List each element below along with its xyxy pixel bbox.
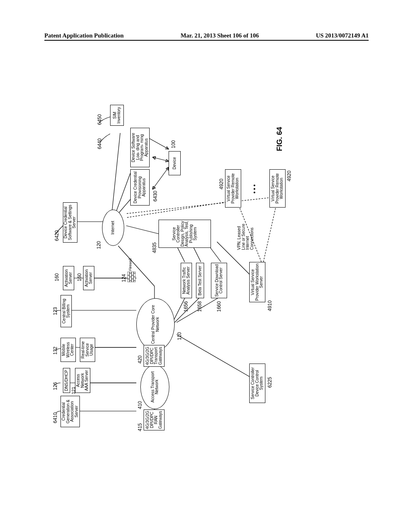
label-firewall: Firewall xyxy=(128,258,132,271)
ref-124: 124 xyxy=(121,274,127,282)
ref-1658: 1658 xyxy=(197,301,202,312)
ref-4835: 4835 xyxy=(152,242,157,253)
ref-420: 420 xyxy=(137,355,143,364)
ref-100: 100 xyxy=(171,140,176,148)
box-service-download: Service Download Control Server xyxy=(211,263,227,298)
page: Patent Application Publication Mar. 21, … xyxy=(0,0,413,532)
svg-line-27 xyxy=(177,335,253,379)
figure-caption: FIG. 64 xyxy=(275,127,284,151)
svg-line-25 xyxy=(209,246,221,262)
ref-6225: 6225 xyxy=(267,377,273,388)
box-device-cred-sw: Device Credential Software & Settings Se… xyxy=(63,202,77,243)
ref-415: 415 xyxy=(137,423,143,431)
header-right: US 2013/0072149 A1 xyxy=(316,32,369,39)
box-credential-gen: Credential Generation & Association Serv… xyxy=(60,396,80,427)
ellipsis-dots: • • • xyxy=(251,185,258,193)
oval-core-network: Central Provider Core Network xyxy=(136,298,175,351)
box-transport-gateways: 4G/3G/2G DPI/DPC Transport Gateways xyxy=(144,345,165,367)
oval-access-transport: Access Transport Network xyxy=(140,365,169,409)
diagram: Credential Generation & Association Serv… xyxy=(52,93,294,431)
ref-126: 126 xyxy=(52,382,58,390)
box-svc-controller-device: Service Controller Device Control System xyxy=(249,364,265,403)
box-device-cred-prov: Device Credential Provisioning Apparatus xyxy=(130,169,150,206)
svg-line-23 xyxy=(177,246,185,262)
box-mobile-wireless: Mobile Wireless Center xyxy=(60,338,76,362)
ref-6420: 6420 xyxy=(54,230,60,241)
ref-110: 110 xyxy=(177,332,182,340)
box-dns-dhcp: DNS/DHCP xyxy=(63,368,70,393)
box-beta-test: Beta Test Server xyxy=(196,263,204,298)
oval-internet: Internet xyxy=(102,210,124,246)
ref-6410: 6410 xyxy=(52,412,58,423)
box-central-billing: Central Billing System xyxy=(60,295,72,327)
ref-4910: 4910 xyxy=(267,300,273,311)
box-vsp-remote-a: Virtual Service Provider Remote Workstat… xyxy=(225,169,241,208)
svg-line-21 xyxy=(152,157,169,161)
box-activation-a: Activation Server xyxy=(63,266,74,290)
box-net-traffic: Network Traffic Analysis Server xyxy=(181,263,192,298)
svg-line-19 xyxy=(112,133,120,210)
ref-410: 410 xyxy=(137,401,143,409)
box-ran-gateways: 4G/3G/2G DPI/DPC RAN Gateways xyxy=(144,409,165,430)
ref-1660: 1660 xyxy=(216,301,222,312)
svg-line-18 xyxy=(116,173,130,212)
ref-1656: 1656 xyxy=(183,301,189,312)
box-realtime-usage: Real-time Service Usage xyxy=(80,338,95,362)
firewall-icon xyxy=(127,272,136,282)
box-vsp-ws-server: Virtual Service Provider Workstation Ser… xyxy=(249,262,265,302)
box-activation-b: Activation Server xyxy=(83,266,94,290)
header-line: Patent Application Publication Mar. 21, … xyxy=(44,32,369,41)
ref-160a: 160 xyxy=(54,273,60,281)
svg-line-26 xyxy=(126,226,159,234)
ref-160b: 160 xyxy=(77,273,82,281)
svg-line-20 xyxy=(152,167,169,189)
svg-line-30 xyxy=(263,200,277,262)
box-vsp-remote-b: Virtual Service Provider Remote Workstat… xyxy=(269,169,286,208)
ref-6440: 6440 xyxy=(97,138,102,149)
ref-4920b: 4920 xyxy=(286,170,292,181)
ref-123: 123 xyxy=(52,307,58,315)
header-center: Mar. 21, 2013 Sheet 106 of 106 xyxy=(181,32,259,39)
ref-132: 132 xyxy=(52,347,58,355)
ref-120: 120 xyxy=(96,241,102,249)
ref-6450: 6450 xyxy=(97,114,102,125)
figure: Credential Generation & Association Serv… xyxy=(3,141,342,383)
ref-6430: 6430 xyxy=(152,191,158,202)
box-device: Device xyxy=(169,151,181,175)
box-sim-inventory: SIM Inventory xyxy=(110,105,124,126)
box-access-aaa: Access Network AAA Server xyxy=(75,368,90,393)
box-device-sw-load: Device Software Loa- ding and Program- m… xyxy=(130,128,150,167)
ref-4920a: 4920 xyxy=(219,179,224,189)
header-left: Patent Application Publication xyxy=(44,32,124,39)
label-vpn-note: VPN, Leased Line or Secure Internet Conn… xyxy=(237,218,254,250)
svg-line-24 xyxy=(193,246,201,262)
box-svc-controller-design: Service Controller Design, Policy Analys… xyxy=(159,220,211,248)
header: Patent Application Publication Mar. 21, … xyxy=(0,32,413,41)
ref-121: 121 xyxy=(71,387,76,394)
